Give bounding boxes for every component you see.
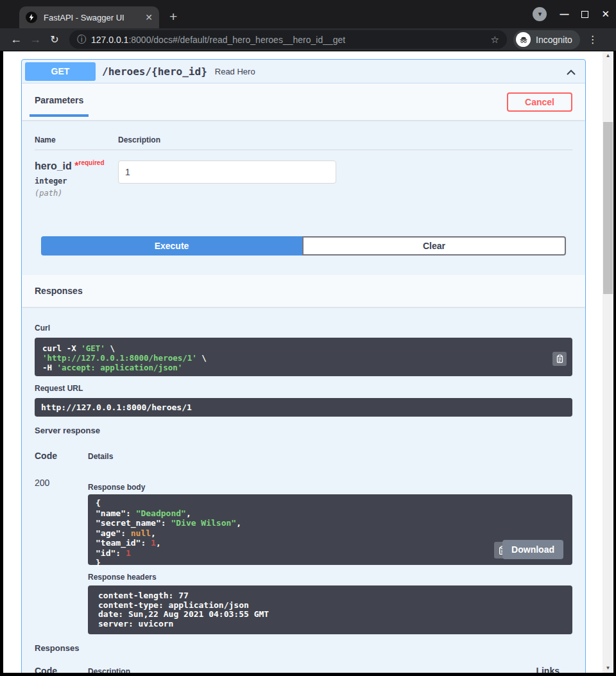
fastapi-favicon	[26, 12, 37, 23]
window-close-icon[interactable]: ✕	[601, 8, 610, 20]
col-header-name: Name	[35, 135, 118, 144]
col-header-description: Description	[118, 135, 160, 144]
minimize-icon[interactable]: —	[560, 9, 569, 19]
curl-code-block: curl -X 'GET' \ 'http://127.0.0.1:8000/h…	[35, 338, 572, 376]
status-code: 200	[35, 478, 88, 634]
parameter-row: hero_id *required integer (path)	[35, 150, 572, 198]
curl-label: Curl	[35, 324, 572, 333]
server-response-label: Server response	[35, 426, 572, 435]
bookmark-star-icon[interactable]: ☆	[491, 34, 499, 46]
scrollbar-thumb[interactable]	[603, 122, 613, 294]
parameter-type: integer	[35, 177, 118, 186]
back-icon[interactable]: ←	[6, 33, 26, 46]
incognito-badge: Incognito	[513, 30, 580, 49]
tab-parameters[interactable]: Parameters	[30, 91, 89, 117]
copy-curl-icon[interactable]	[552, 352, 567, 366]
execute-button[interactable]: Execute	[41, 236, 302, 256]
browser-tab[interactable]: FastAPI - Swagger UI ✕	[19, 6, 159, 28]
parameters-body: Name Description hero_id *required integ…	[22, 120, 585, 275]
response-body-block: { "name": "Deadpond", "secret_name": "Di…	[88, 494, 572, 565]
hero-id-input[interactable]	[118, 160, 336, 184]
required-label: required	[78, 159, 104, 166]
method-badge: GET	[25, 62, 96, 81]
maximize-icon[interactable]	[581, 11, 588, 18]
browser-menu-icon[interactable]: ⋮	[588, 33, 598, 46]
new-tab-icon[interactable]: +	[169, 9, 177, 24]
cancel-button[interactable]: Cancel	[507, 92, 572, 112]
url-text[interactable]: 127.0.0.1:8000/docs#/default/read_hero_h…	[91, 35, 486, 45]
col-header-details: Details	[88, 452, 113, 461]
documented-responses-title: Responses	[35, 643, 572, 653]
page-scrollbar[interactable]: ▲ ▼	[603, 51, 613, 673]
url-bar[interactable]: ⓘ 127.0.0.1:8000/docs#/default/read_hero…	[69, 30, 507, 49]
parameter-location: (path)	[35, 189, 118, 198]
col-header-code2: Code	[35, 666, 88, 673]
operation-path: /heroes/{hero_id}	[102, 65, 207, 78]
browser-update-icon[interactable]: ▼	[533, 7, 547, 21]
operation-summary: Read Hero	[215, 67, 566, 76]
tab-title: FastAPI - Swagger UI	[44, 13, 141, 22]
download-button[interactable]: Download	[502, 540, 563, 559]
chevron-up-icon[interactable]	[566, 67, 576, 75]
request-url-block: http://127.0.0.1:8000/heroes/1	[35, 398, 572, 417]
col-header-links: Links	[536, 666, 572, 673]
response-body-label: Response body	[88, 483, 572, 492]
opblock-summary[interactable]: GET /heroes/{hero_id} Read Hero	[22, 60, 585, 83]
request-url-label: Request URL	[35, 384, 572, 393]
responses-title: Responses	[35, 286, 83, 296]
site-info-icon[interactable]: ⓘ	[77, 34, 86, 46]
col-header-code: Code	[35, 451, 88, 461]
page-viewport: GET /heroes/{hero_id} Read Hero Paramete…	[3, 51, 613, 673]
scroll-down-icon[interactable]: ▼	[603, 664, 613, 673]
tab-close-icon[interactable]: ✕	[145, 12, 153, 22]
execute-wrapper: Execute Clear	[41, 236, 566, 256]
opblock-get-heroes: GET /heroes/{hero_id} Read Hero Paramete…	[21, 59, 586, 673]
parameters-header: Parameters Cancel	[22, 83, 585, 120]
responses-inner: Curl curl -X 'GET' \ 'http://127.0.0.1:8…	[22, 307, 585, 673]
response-headers-block: content-length: 77content-type: applicat…	[88, 585, 572, 634]
responses-section-header: Responses	[22, 275, 585, 307]
reload-icon[interactable]: ↻	[45, 33, 64, 46]
incognito-icon	[516, 32, 531, 47]
response-headers-label: Response headers	[88, 573, 572, 582]
col-header-description2: Description	[88, 667, 130, 673]
forward-icon[interactable]: →	[26, 33, 45, 46]
server-response-row: 200 Response body { "name": "Deadpond", …	[35, 478, 572, 634]
parameter-name: hero_id *required	[35, 160, 118, 172]
clear-button[interactable]: Clear	[302, 236, 566, 256]
titlebar: FastAPI - Swagger UI ✕ + ▼ — ✕	[0, 0, 616, 28]
scroll-up-icon[interactable]: ▲	[603, 51, 613, 60]
incognito-label: Incognito	[536, 35, 572, 45]
browser-toolbar: ← → ↻ ⓘ 127.0.0.1:8000/docs#/default/rea…	[0, 28, 616, 51]
